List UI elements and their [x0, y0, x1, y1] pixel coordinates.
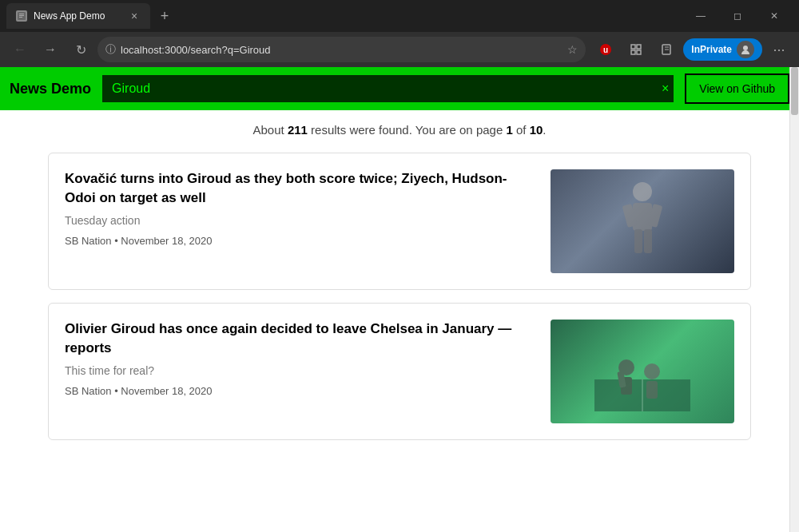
svg-rect-15 — [633, 203, 652, 231]
results-page-total: 10 — [530, 123, 543, 137]
results-middle: results were found. You are on page — [308, 123, 507, 137]
nav-bar: ← → ↻ ⓘ localhost:3000/search?q=Giroud ☆… — [0, 32, 799, 67]
search-input[interactable] — [101, 73, 675, 104]
new-tab-button[interactable]: + — [153, 5, 176, 27]
minimize-button[interactable]: — — [682, 3, 719, 29]
inprivate-label: InPrivate — [691, 44, 732, 55]
svg-rect-8 — [631, 50, 635, 54]
back-button[interactable]: ← — [6, 36, 34, 63]
svg-rect-18 — [634, 229, 642, 253]
svg-rect-19 — [644, 229, 652, 253]
scrollbar-thumb[interactable] — [791, 67, 798, 115]
info-icon: ⓘ — [105, 42, 116, 57]
scrollbar[interactable] — [789, 67, 799, 532]
svg-point-24 — [644, 363, 660, 379]
search-wrap: × — [101, 73, 675, 104]
title-bar: News App Demo × + — ◻ ✕ — [0, 0, 799, 32]
svg-text:u: u — [603, 46, 608, 54]
card-source: SB Nation — [65, 385, 112, 397]
extension-icon-1[interactable]: u — [592, 36, 619, 63]
card-title: Kovačić turns into Giroud as they both s… — [65, 169, 538, 208]
card-meta: SB Nation • November 18, 2020 — [65, 235, 538, 247]
active-tab[interactable]: News App Demo × — [6, 3, 150, 29]
card-subtitle: Tuesday action — [65, 214, 538, 227]
results-of: of — [513, 123, 530, 137]
svg-rect-25 — [646, 381, 658, 399]
card-source: SB Nation — [65, 235, 112, 247]
restore-button[interactable]: ◻ — [719, 3, 756, 29]
card-subtitle: This time for real? — [65, 364, 538, 377]
results-prefix: About — [253, 123, 288, 137]
reading-list-icon[interactable] — [653, 36, 680, 63]
svg-rect-1 — [19, 14, 24, 14]
tab-title: News App Demo — [34, 10, 121, 22]
app-title: News Demo — [10, 81, 91, 97]
collections-icon[interactable] — [622, 36, 650, 63]
forward-button[interactable]: → — [37, 36, 64, 63]
more-options-button[interactable]: ··· — [765, 36, 793, 63]
svg-point-14 — [633, 182, 652, 201]
close-button[interactable]: ✕ — [756, 3, 793, 29]
card-image — [551, 320, 734, 423]
card-date: November 18, 2020 — [121, 235, 212, 247]
window-controls: — ◻ ✕ — [682, 3, 793, 29]
results-page-current: 1 — [506, 123, 512, 137]
svg-rect-3 — [19, 17, 22, 18]
bookmark-icon[interactable]: ☆ — [567, 43, 578, 56]
tab-area: News App Demo × + — [6, 3, 682, 29]
svg-rect-6 — [631, 45, 635, 49]
app-header: News Demo × View on Github — [0, 67, 799, 110]
tab-favicon — [16, 10, 27, 22]
page-content: News Demo × View on Github About 211 res… — [0, 67, 799, 532]
news-card[interactable]: Kovačić turns into Giroud as they both s… — [48, 153, 751, 290]
card-text: Olivier Giroud has once again decided to… — [65, 320, 538, 397]
tab-close-button[interactable]: × — [128, 10, 141, 22]
svg-rect-2 — [19, 15, 24, 16]
card-image-placeholder — [551, 169, 734, 273]
results-area: About 211 results were found. You are on… — [0, 110, 799, 466]
card-title: Olivier Giroud has once again decided to… — [65, 320, 538, 358]
inprivate-button[interactable]: InPrivate — [683, 38, 762, 61]
nav-actions: u InPrivate ··· — [592, 36, 793, 63]
results-summary: About 211 results were found. You are on… — [48, 123, 751, 137]
svg-rect-9 — [637, 50, 641, 54]
profile-avatar — [737, 41, 754, 58]
card-image — [551, 169, 734, 273]
card-text: Kovačić turns into Giroud as they both s… — [65, 169, 538, 247]
url-display: localhost:3000/search?q=Giroud — [121, 44, 562, 56]
svg-point-13 — [743, 46, 748, 50]
refresh-button[interactable]: ↻ — [67, 36, 94, 63]
card-date: November 18, 2020 — [121, 385, 212, 397]
address-bar[interactable]: ⓘ localhost:3000/search?q=Giroud ☆ — [97, 37, 586, 62]
results-suffix: . — [543, 123, 546, 137]
results-count: 211 — [288, 123, 308, 137]
svg-rect-7 — [637, 45, 641, 49]
card-meta: SB Nation • November 18, 2020 — [65, 385, 538, 397]
news-card[interactable]: Olivier Giroud has once again decided to… — [48, 303, 751, 440]
card-image-placeholder — [551, 320, 734, 423]
search-clear-button[interactable]: × — [662, 81, 669, 96]
github-button[interactable]: View on Github — [685, 73, 789, 104]
